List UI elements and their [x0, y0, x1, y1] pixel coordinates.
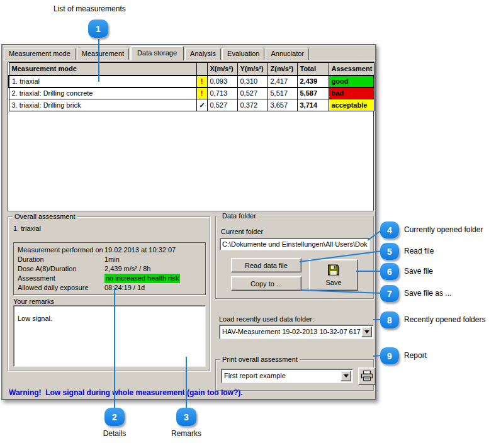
tab-annuciator[interactable]: Annuciator [266, 48, 309, 60]
cell-z: 3,657 [267, 99, 297, 111]
assessment-badge: good [329, 76, 374, 87]
remarks-textarea[interactable]: Low signal. [13, 305, 206, 367]
dropdown-arrow-button[interactable] [361, 327, 372, 337]
measurement-table: Measurement mode X(m/s²) Y(m/s²) Z(m/s²)… [8, 62, 374, 111]
report-value: First report example [222, 369, 352, 383]
cell-x: 0,713 [207, 87, 237, 99]
detail-row: Dose A(8)/Duration 2,439 m/s² / 8h [18, 264, 201, 274]
tab-analysis[interactable]: Analysis [185, 48, 221, 60]
assessment-badge: bad [329, 87, 374, 99]
callout-badge-4: 4 [380, 221, 399, 238]
cell-x: 0,527 [207, 99, 237, 111]
detail-label: Dose A(8)/Duration [18, 264, 104, 274]
callout-label-report: Report [404, 351, 427, 360]
col-header-flag [196, 63, 207, 76]
detail-row: Duration 1min [18, 255, 201, 264]
detail-label: Measurement performed on [18, 245, 104, 255]
chevron-down-icon [364, 330, 369, 333]
cell-z: 2,417 [267, 76, 297, 87]
detail-row: Measurement performed on 19.02.2013 at 1… [18, 245, 201, 255]
print-assessment-legend: Print overall assessment [220, 356, 300, 363]
detail-value: 19.02.2013 at 10:32:07 [104, 245, 176, 255]
warning-flag-icon: ! [196, 76, 207, 87]
health-risk-highlight: no increased health risk [104, 274, 180, 283]
detail-value: 2,439 m/s² / 8h [104, 264, 150, 274]
measurement-list: Measurement mode X(m/s²) Y(m/s²) Z(m/s²)… [8, 62, 374, 211]
callout-badge-9: 9 [380, 347, 399, 364]
col-header-y: Y(m/s²) [237, 63, 267, 76]
floppy-disk-icon [327, 264, 340, 277]
detail-label: Allowed daily exposure [18, 283, 104, 293]
cell-y: 0,310 [237, 76, 267, 87]
cell-name: 3. triaxial: Drilling brick [9, 99, 196, 111]
dropdown-arrow-button[interactable] [341, 371, 351, 381]
recent-folder-combobox[interactable]: HAV-Measurement 19-02-2013 10-32-07 617 [219, 325, 374, 339]
cell-name: 1. triaxial [9, 76, 196, 87]
callout-label-save-file: Save file [404, 267, 433, 276]
col-header-x: X(m/s²) [207, 63, 237, 76]
callout-badge-2: 2 [104, 408, 125, 426]
chevron-down-icon [344, 374, 349, 378]
tab-page-data-storage: Measurement mode X(m/s²) Y(m/s²) Z(m/s²)… [3, 60, 375, 399]
callout-label-currently-opened-folder: Currently opened folder [404, 225, 483, 234]
print-button[interactable] [358, 367, 376, 385]
cell-total: 3,714 [297, 99, 329, 111]
warning-flag-icon: ! [196, 87, 207, 99]
cell-x: 0,093 [207, 76, 237, 87]
table-header-row: Measurement mode X(m/s²) Y(m/s²) Z(m/s²)… [9, 63, 374, 76]
table-row[interactable]: 3. triaxial: Drilling brick ✓ 0,527 0,37… [9, 99, 374, 111]
callout-label-recently-opened-folders: Recently opened folders [404, 315, 485, 324]
print-assessment-group: Print overall assessment First report ex… [215, 359, 374, 391]
tab-measurement-mode[interactable]: Measurement mode [4, 48, 76, 60]
cell-z: 5,517 [267, 87, 297, 99]
save-button[interactable]: Save [309, 259, 358, 291]
current-folder-input[interactable] [220, 238, 370, 250]
tab-data-storage[interactable]: Data storage [130, 46, 184, 60]
read-data-file-button[interactable]: Read data file [231, 258, 301, 272]
printer-icon [361, 371, 373, 383]
screenshot-canvas: List of measurements Measurement mode Me… [0, 0, 501, 448]
callout-badge-3: 3 [176, 408, 196, 426]
col-header-assessment: Assessment [329, 63, 374, 76]
callout-badge-6: 6 [380, 263, 399, 280]
measurement-name: 1. triaxial [13, 225, 41, 232]
recent-folder-value: HAV-Measurement 19-02-2013 10-32-07 617 [220, 325, 373, 339]
callout-badge-7: 7 [380, 285, 399, 302]
assessment-badge: acceptable [329, 99, 374, 111]
save-button-label: Save [325, 279, 341, 286]
callout-badge-1: 1 [88, 20, 108, 38]
app-window: Measurement mode Measurement Data storag… [1, 44, 376, 400]
cell-y: 0,372 [237, 99, 267, 111]
remarks-label: Your remarks [13, 298, 54, 305]
tab-evaluation[interactable]: Evaluation [222, 48, 264, 60]
detail-row: Allowed daily exposure 08:24:19 / 1d [18, 283, 201, 293]
overall-assessment-group: Overall assessment 1. triaxial Measureme… [8, 216, 210, 371]
table-row[interactable]: 1. triaxial ! 0,093 0,310 2,417 2,439 go… [9, 76, 374, 87]
cell-name: 2. triaxial: Drilling concrete [9, 87, 196, 99]
col-header-total: Total [297, 63, 329, 76]
check-flag-icon: ✓ [196, 99, 207, 111]
recent-folder-label: Load recently used data folder: [219, 315, 314, 323]
detail-row: Assessment no increased health risk [18, 274, 201, 283]
col-header-measurement-mode: Measurement mode [9, 63, 196, 76]
callout-label-save-file-as: Save file as ... [404, 289, 451, 298]
callout-badge-5: 5 [380, 243, 399, 260]
annotation-title: List of measurements [53, 4, 126, 13]
copy-to-button[interactable]: Copy to ... [231, 276, 301, 291]
detail-value: 08:24:19 / 1d [104, 283, 145, 293]
warning-text: Warning! Low signal during whole measure… [9, 388, 243, 397]
report-combobox[interactable]: First report example [221, 369, 353, 383]
data-folder-legend: Data folder [220, 212, 258, 220]
detail-label: Duration [18, 255, 104, 264]
tab-measurement[interactable]: Measurement [77, 48, 129, 60]
cell-total: 5,587 [297, 87, 329, 99]
callout-label-details: Details [86, 429, 143, 438]
overall-assessment-legend: Overall assessment [13, 213, 77, 220]
cell-y: 0,527 [237, 87, 267, 99]
table-row[interactable]: 2. triaxial: Drilling concrete ! 0,713 0… [9, 87, 374, 99]
data-folder-group: Data folder Current folder Read data fil… [215, 216, 374, 299]
cell-total: 2,439 [297, 76, 329, 87]
current-folder-label: Current folder [221, 228, 263, 235]
callout-badge-8: 8 [380, 311, 399, 328]
tab-bar: Measurement mode Measurement Data storag… [4, 47, 310, 60]
